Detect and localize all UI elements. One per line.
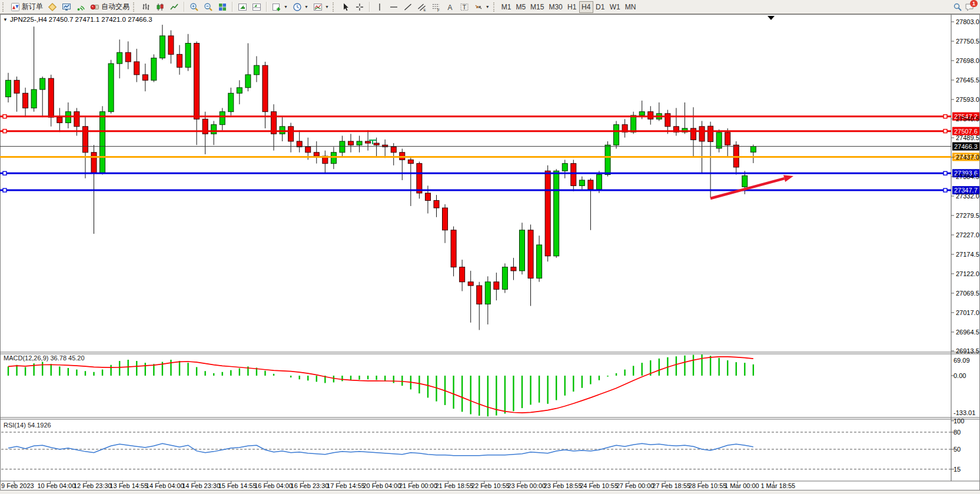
time-tick-label: 22 Feb 10:55 <box>471 482 510 489</box>
price-tick-label: 27540.5 <box>956 115 979 122</box>
time-tick-label: 16 Feb 23:30 <box>291 482 329 489</box>
text-label-tool-button[interactable]: T <box>457 1 471 13</box>
signal-icon <box>76 2 85 12</box>
time-tick-label: 13 Feb 14:55 <box>109 482 148 489</box>
periods-button[interactable]: ▼ <box>290 1 311 13</box>
new-order-icon <box>11 2 20 12</box>
time-tick-label: 14 Feb 23:30 <box>182 482 220 489</box>
tile-windows-button[interactable] <box>215 1 230 13</box>
candlestick-mode-button[interactable] <box>153 1 167 13</box>
hline-handle[interactable] <box>3 130 6 133</box>
horizontal-line-tool-button[interactable] <box>387 1 401 13</box>
chart-canvas[interactable]: 69.090.00-133.01 100805015 27547.227507.… <box>0 14 980 494</box>
hline-handle[interactable] <box>944 188 947 192</box>
zoom-in-button[interactable] <box>187 1 201 13</box>
hline-handle[interactable] <box>944 171 947 175</box>
indicator-window-button[interactable] <box>250 1 264 13</box>
line-chart-mode-button[interactable] <box>167 1 181 13</box>
price-tick-label: 26913.5 <box>956 347 979 354</box>
mql5-button[interactable] <box>45 1 59 13</box>
timeframe-m15-button[interactable]: M15 <box>528 1 546 13</box>
chat-button[interactable]: 1 <box>965 2 974 12</box>
time-tick-label: 28 Feb 10:55 <box>689 482 727 489</box>
auto-trading-button[interactable]: 自动交易 <box>88 1 132 13</box>
chevron-down-icon: ▼ <box>486 5 490 9</box>
candle <box>554 169 559 258</box>
candle <box>545 165 550 261</box>
time-tick-label: 27 Feb 00:00 <box>616 482 655 489</box>
toolbar-separator <box>184 2 185 12</box>
trendline-tool-button[interactable] <box>401 1 415 13</box>
timeframe-mn-button[interactable]: MN <box>623 1 639 13</box>
price-tick-label: 27437.0 <box>956 154 979 161</box>
zoom-out-icon <box>204 2 213 12</box>
zoom-out-button[interactable] <box>201 1 215 13</box>
macd-axis-label: -133.01 <box>954 409 975 416</box>
candle <box>502 263 507 293</box>
candle <box>520 223 525 274</box>
market-watch-button[interactable] <box>59 1 74 13</box>
text-tool-button[interactable]: A <box>443 1 457 13</box>
hline-handle[interactable] <box>3 188 6 192</box>
time-tick-label: 21 Feb 18:55 <box>435 482 473 489</box>
pane-arrow-down-icon <box>252 2 261 12</box>
svg-text:T: T <box>462 4 466 11</box>
templates-button[interactable]: ▼ <box>311 1 331 13</box>
signals-button[interactable] <box>74 1 88 13</box>
data-window-button[interactable] <box>235 1 250 13</box>
timeframe-w1-button[interactable]: W1 <box>607 1 623 13</box>
crosshair-tool-button[interactable] <box>353 1 367 13</box>
crosshair-icon <box>355 2 364 12</box>
chart-window: 69.090.00-133.01 100805015 27547.227507.… <box>0 14 980 494</box>
price-tick-label: 26964.5 <box>956 329 979 336</box>
channel-tool-button[interactable]: E <box>415 1 429 13</box>
price-line-label: 27507.6 <box>954 128 978 135</box>
time-tick-label: 1 Mar 18:55 <box>760 482 795 489</box>
price-tick-label: 27332.0 <box>956 193 979 200</box>
cursor-icon <box>341 2 350 12</box>
timeframe-m1-button[interactable]: M1 <box>499 1 514 13</box>
arrows-tool-button[interactable]: ▼ <box>471 1 492 13</box>
candle <box>108 60 114 114</box>
clock-icon <box>293 2 302 12</box>
macd-label: MACD(12,26,9) 36.78 45.20 <box>4 354 85 362</box>
fibonacci-tool-button[interactable]: F <box>429 1 443 13</box>
time-tick-label: 24 Feb 10:55 <box>580 482 618 489</box>
hline-handle[interactable] <box>3 171 6 175</box>
rsi-axis-label: 100 <box>954 417 964 425</box>
cursor-tool-button[interactable] <box>338 1 353 13</box>
time-tick-label: 1 Mar 00:00 <box>725 482 759 489</box>
macd-axis-label: 69.09 <box>954 357 970 364</box>
timeframe-m5-button[interactable]: M5 <box>513 1 528 13</box>
new-order-button[interactable]: 新订单 <box>8 1 45 13</box>
price-tick-label: 27750.5 <box>956 38 979 45</box>
hline-handle[interactable] <box>3 115 6 118</box>
add-indicator-button[interactable]: ▼ <box>270 1 290 13</box>
time-tick-label: 12 Feb 23:30 <box>74 482 112 489</box>
timeframe-h4-button[interactable]: H4 <box>579 1 593 13</box>
time-tick-label: 17 Feb 14:55 <box>327 482 365 489</box>
time-tick-label: 20 Feb 04:00 <box>363 482 401 489</box>
toolbar-grip <box>493 2 497 12</box>
bar-chart-mode-button[interactable] <box>139 1 153 13</box>
new-order-label: 新订单 <box>22 2 43 12</box>
hline-handle[interactable] <box>944 130 947 133</box>
indicator-list-expander-icon[interactable]: ▼ <box>3 17 8 22</box>
time-tick-label: 21 Feb 00:00 <box>399 482 437 489</box>
timeframe-d1-button[interactable]: D1 <box>593 1 607 13</box>
timeframe-m30-button[interactable]: M30 <box>546 1 564 13</box>
arrows-icon <box>474 2 483 12</box>
time-tick-label: 14 Feb 04:00 <box>146 482 184 489</box>
price-tick-label: 27384.5 <box>956 173 979 180</box>
price-tick-label: 27069.5 <box>956 290 979 297</box>
timeframe-h1-button[interactable]: H1 <box>565 1 579 13</box>
add-indicator-icon <box>272 2 281 12</box>
price-tick-label: 27803.0 <box>956 18 979 25</box>
hline-handle[interactable] <box>944 115 947 118</box>
macd-axis-label: 0.00 <box>954 372 966 379</box>
vertical-line-tool-button[interactable] <box>373 1 387 13</box>
search-button[interactable] <box>951 1 965 13</box>
template-icon <box>313 2 323 12</box>
time-tick-label: 23 Feb 18:55 <box>544 482 582 489</box>
rsi-label: RSI(14) 54.1926 <box>4 422 51 429</box>
